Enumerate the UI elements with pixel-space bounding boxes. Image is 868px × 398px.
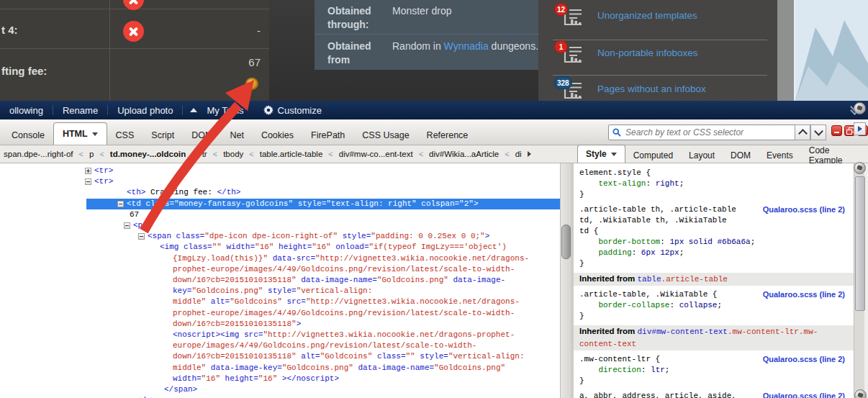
insights-list-item[interactable]: 12Unorganized templates [538, 3, 777, 37]
overlay-orb-icon[interactable] [854, 162, 866, 174]
css-rule-line[interactable]: td, .WikiaTable th, .WikiaTable [579, 215, 854, 226]
search-next-button[interactable] [810, 125, 826, 140]
collapse-icon[interactable] [124, 222, 130, 229]
insights-list-item[interactable]: 1Non-portable infoboxes [538, 40, 777, 75]
tree-node-line[interactable]: </span> [0, 384, 560, 395]
tree-node-line[interactable]: middle" data-image-key="Goldcoins.png" d… [0, 363, 560, 374]
tree-node-line[interactable]: <tr> [0, 176, 560, 187]
tab-firepath[interactable]: FirePath [302, 126, 353, 145]
css-rule-line[interactable]: td { [579, 226, 854, 237]
breadcrumb-item[interactable]: td.money-...oldcoin [110, 150, 186, 158]
tab-dom[interactable]: DOM [183, 126, 221, 145]
wynnadia-link[interactable]: Wynnadia [444, 40, 489, 52]
css-rule-line[interactable]: .article-table th, .article-tableQualaro… [579, 204, 854, 215]
insights-link[interactable]: Pages without an infobox [597, 83, 706, 94]
inherited-from-header[interactable]: Inherited from table.article-table [574, 273, 854, 286]
stylesheet-source-link[interactable]: Qualaroo.scss (line 2) [763, 289, 845, 300]
collapse-icon[interactable] [117, 201, 124, 207]
side-tab-computed[interactable]: Computed [625, 148, 681, 163]
tab-css[interactable]: CSS [107, 126, 143, 145]
css-rule-line[interactable]: direction: ltr; [579, 365, 854, 376]
tab-console[interactable]: Console [3, 126, 53, 145]
breadcrumb-item[interactable]: table.article-table [260, 150, 323, 158]
tree-node-line[interactable]: <th> Crafting fee: </th> [0, 187, 560, 198]
following-button[interactable]: ollowing [0, 105, 53, 116]
scrollbar-thumb[interactable] [855, 176, 865, 311]
tree-node-line[interactable]: down/16?cb=20151010135118" alt="Goldcoin… [0, 351, 560, 362]
overlay-orb-icon[interactable] [854, 102, 866, 114]
stylesheet-source-link[interactable]: Qualaroo.scss (line 2) [763, 391, 845, 398]
insights-link[interactable]: Unorganized templates [597, 10, 697, 21]
style-panel-scrollbar[interactable] [854, 163, 864, 398]
tab-html[interactable]: HTML [53, 122, 107, 145]
css-rule-line[interactable]: padding: 6px 12px; [579, 248, 854, 258]
search-input[interactable] [624, 127, 792, 138]
css-rule-line[interactable]: a, abbr, address, article, aside,Qualaro… [579, 391, 854, 398]
breadcrumb-item[interactable]: span.dpe-...right-of [4, 150, 73, 158]
tab-reference[interactable]: Reference [418, 126, 477, 145]
side-tab-dom[interactable]: DOM [723, 148, 759, 163]
inherited-from-header[interactable]: content-text [574, 338, 854, 350]
tree-node-line[interactable]: <img class="" width="16" height="16" onl… [0, 242, 560, 253]
side-tab-style[interactable]: Style [577, 145, 625, 163]
breadcrumb-item[interactable]: div#Wikia...aArticle [429, 150, 499, 158]
tab-script[interactable]: Script [143, 126, 183, 145]
search-previous-button[interactable] [795, 125, 810, 140]
customize-button[interactable]: Customize [263, 105, 322, 116]
side-tab-events[interactable]: Events [759, 148, 801, 163]
stylesheet-source-link[interactable]: Qualaroo.scss (line 2) [763, 204, 845, 215]
css-rule-line[interactable]: element.style { [579, 168, 854, 178]
tree-node-line[interactable]: <noscript><img src="http://vignette3.wik… [0, 330, 560, 340]
tree-node-line[interactable]: <tr> [0, 166, 560, 176]
minimize-button[interactable] [831, 125, 842, 136]
tree-node-line[interactable]: prophet-europe/images/4/49/Goldcoins.png… [0, 264, 560, 275]
inherited-from-header[interactable]: Inherited from div#mw-content-text.mw-co… [574, 325, 854, 338]
tree-node-line[interactable]: prophet-europe/images/4/49/Goldcoins.png… [0, 308, 560, 319]
breadcrumb-item[interactable]: tbody [223, 150, 243, 158]
html-panel-scrollbar[interactable] [560, 163, 571, 398]
expand-icon[interactable] [85, 168, 91, 174]
tree-node-line[interactable]: down/16?cb=20151010135118" data-image-na… [0, 275, 560, 286]
overlay-orb-icon[interactable] [854, 389, 867, 398]
tree-node-line[interactable]: {ImgLzy.load(this)}" data-src="http://vi… [0, 253, 560, 264]
tree-node-line[interactable]: middle" alt="Goldcoins" src="http://vign… [0, 297, 560, 307]
css-rule-line[interactable]: border-collapse: collapse; [579, 300, 854, 311]
insights-link[interactable]: Non-portable infoboxes [597, 48, 698, 58]
collapse-icon[interactable] [138, 233, 145, 240]
tab-cookies[interactable]: Cookies [253, 126, 302, 145]
rename-button[interactable]: Rename [53, 105, 107, 116]
side-tab-layout[interactable]: Layout [681, 148, 723, 163]
more-tabs-button[interactable] [854, 122, 866, 135]
scrollbar-thumb[interactable] [561, 225, 571, 259]
breadcrumb-item[interactable]: p [89, 150, 94, 158]
tab-net[interactable]: Net [221, 126, 252, 145]
breadcrumb-item[interactable]: tr [202, 150, 207, 158]
tree-node-line[interactable]: key="Goldcoins.png" style="vertical-alig… [0, 286, 560, 297]
css-rule-line[interactable]: } [579, 311, 854, 322]
css-rule-line[interactable]: .article-table, .WikiaTable {Qualaroo.sc… [579, 289, 854, 300]
selected-tree-node[interactable]: <td class="money-fantasy-goldcoins" styl… [0, 199, 560, 209]
tab-css-usage[interactable]: CSS Usage [353, 126, 417, 145]
breadcrumb-item[interactable]: div#mw-co...ent-text [339, 150, 413, 158]
my-tools-button[interactable]: My Tools [197, 105, 253, 116]
tree-node-line[interactable]: <span class="dpe-icon dpe-icon-right-of"… [0, 231, 560, 242]
css-rule-line[interactable]: text-align: right; [579, 178, 854, 189]
upload-photo-button[interactable]: Upload photo [108, 105, 182, 116]
search-box[interactable] [608, 125, 797, 140]
css-rule-line[interactable]: } [579, 258, 854, 269]
tree-node-line[interactable]: <p> [0, 220, 560, 231]
tree-node-line[interactable]: down/16?cb=20151010135118"> [0, 319, 560, 330]
collapse-icon[interactable] [85, 178, 91, 185]
stylesheet-source-link[interactable]: Qualaroo.scss (line 2) [763, 354, 845, 365]
breadcrumb-item[interactable]: di [515, 150, 522, 158]
tree-node-line[interactable]: width="16" height="16" ></noscript> [0, 374, 560, 384]
tree-node-line[interactable]: europe/images/4/49/Goldcoins.png/revisio… [0, 340, 560, 351]
tree-node-line[interactable]: 67 [0, 209, 560, 220]
tree-node-line[interactable]: </p> [0, 395, 560, 398]
css-rule-line[interactable]: border-bottom: 1px solid #6b6a6a; [579, 237, 854, 248]
css-rule-line[interactable]: .mw-content-ltr {Qualaroo.scss (line 2) [579, 354, 854, 365]
code-segment: "Goldcoins.png" [434, 363, 505, 372]
css-rule-line[interactable]: } [579, 376, 854, 386]
css-rule-line[interactable]: } [579, 189, 854, 200]
side-tab-code-example[interactable]: Code Example [801, 148, 868, 163]
